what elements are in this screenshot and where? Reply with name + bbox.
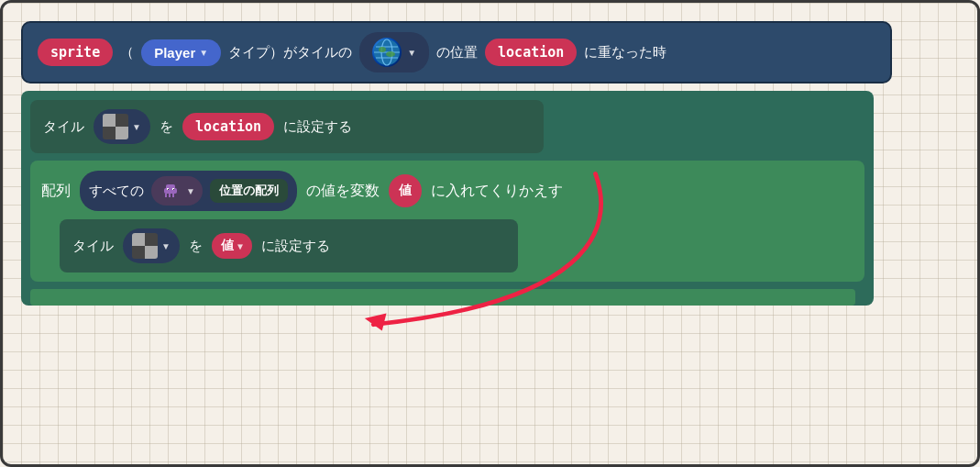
creature-arrow: ▼ bbox=[186, 186, 195, 196]
row2-subete-text: すべての bbox=[89, 183, 144, 200]
row2-ni-ire-text: に入れてくりかえす bbox=[431, 182, 563, 201]
inner-blocks-area: タイル ▼ を location に設定する 配列 bbox=[21, 91, 874, 306]
svg-rect-8 bbox=[164, 188, 177, 194]
content-area: sprite （ Player ▼ タイプ）がタイルの bbox=[21, 21, 959, 446]
row3-block: タイル ▼ を 値 ▼ bbox=[60, 219, 518, 272]
player-dropdown-arrow: ▼ bbox=[199, 48, 208, 58]
svg-rect-9 bbox=[165, 194, 167, 197]
event-block: sprite （ Player ▼ タイプ）がタイルの bbox=[21, 21, 892, 83]
row1-tile-arrow: ▼ bbox=[132, 122, 141, 132]
player-dropdown[interactable]: Player ▼ bbox=[141, 39, 221, 66]
no-ichi-text: の位置 bbox=[436, 44, 478, 61]
location-badge-top: location bbox=[485, 39, 577, 66]
row1-wo-text: を bbox=[160, 118, 173, 136]
row2-subete-pill[interactable]: すべての bbox=[80, 171, 297, 211]
row2-value-badge: 値 bbox=[389, 174, 422, 207]
svg-point-6 bbox=[386, 51, 395, 57]
row1-tile-text: タイル bbox=[43, 118, 84, 136]
row1-tile-dropdown[interactable]: ▼ bbox=[94, 109, 150, 144]
value-dropdown-arrow: ▼ bbox=[237, 241, 243, 251]
svg-rect-15 bbox=[173, 189, 174, 190]
svg-rect-11 bbox=[172, 194, 174, 197]
svg-marker-16 bbox=[365, 313, 387, 330]
globe-dropdown-arrow: ▼ bbox=[407, 48, 416, 58]
globe-dropdown[interactable]: ▼ bbox=[359, 32, 429, 72]
globe-icon bbox=[372, 38, 402, 67]
svg-rect-14 bbox=[168, 189, 169, 190]
tile-icon-row1 bbox=[103, 114, 128, 139]
open-paren-text: （ bbox=[120, 44, 134, 61]
row3-tile-text: タイル bbox=[72, 238, 114, 255]
row2-inner: 配列 すべての bbox=[41, 170, 853, 212]
svg-rect-10 bbox=[169, 194, 171, 197]
row3-wo-text: を bbox=[189, 238, 203, 255]
ichi-no-hairetsu-badge: 位置の配列 bbox=[210, 179, 288, 203]
row3-settei-text: に設定する bbox=[261, 238, 330, 255]
tile-icon-row3 bbox=[132, 233, 158, 259]
row2-outer: 配列 すべての bbox=[30, 161, 864, 282]
svg-point-5 bbox=[379, 47, 386, 52]
row2-hairetsu-text: 配列 bbox=[41, 182, 71, 201]
ni-kasanatta-text: に重なった時 bbox=[584, 44, 666, 61]
row2-no-atai-text: の値を変数 bbox=[306, 182, 380, 201]
row2-creature-dropdown[interactable]: ▼ bbox=[151, 176, 203, 206]
creature-icon bbox=[159, 179, 182, 203]
row1-location-badge: location bbox=[182, 113, 274, 140]
type-text: タイプ）がタイルの bbox=[228, 44, 352, 61]
row3-tile-arrow: ▼ bbox=[161, 241, 171, 251]
row3-tile-dropdown[interactable]: ▼ bbox=[123, 228, 180, 263]
row1-settei-text: に設定する bbox=[283, 118, 352, 136]
main-container: sprite （ Player ▼ タイプ）がタイルの bbox=[0, 0, 980, 467]
row1-block: タイル ▼ を location に設定する bbox=[30, 100, 544, 153]
sprite-label: sprite bbox=[38, 39, 113, 66]
row3-value-dropdown[interactable]: 値 ▼ bbox=[212, 233, 252, 259]
bottom-spacer bbox=[30, 289, 855, 306]
